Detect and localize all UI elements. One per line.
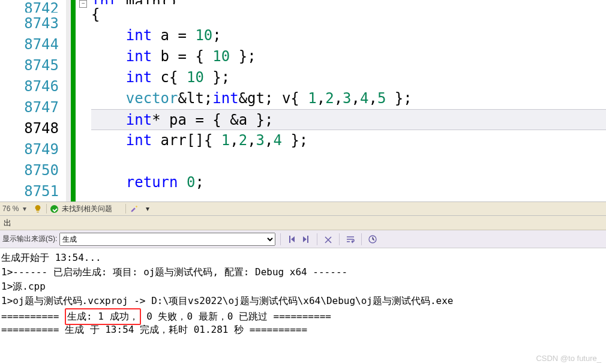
output-panel-title[interactable]: 出 (0, 216, 606, 230)
line-number: 8743 (0, 13, 66, 34)
output-text[interactable]: 生成开始于 13:54...1>------ 已启动生成: 项目: oj题与测试… (0, 248, 606, 364)
check-icon (50, 205, 58, 213)
line-number: 8750 (0, 160, 66, 181)
brush-icon[interactable] (130, 204, 139, 213)
clock-icon[interactable] (367, 233, 379, 245)
fold-toggle-icon[interactable]: − (79, 0, 87, 8)
line-number-gutter: 8742874387448745874687478748874987508751 (0, 0, 66, 201)
output-line: ========== 生成: 1 成功， 0 失败，0 最新，0 已跳过 ===… (1, 308, 605, 323)
code-area[interactable]: int main(){ int a = 10; int b = { 10 }; … (91, 0, 606, 201)
fold-margin[interactable]: − (76, 0, 91, 201)
code-line[interactable] (91, 151, 606, 172)
line-number: 8745 (0, 55, 66, 76)
line-number: 8746 (0, 76, 66, 97)
word-wrap-icon[interactable] (344, 233, 356, 245)
zoom-level[interactable]: 76 % ▾ (2, 204, 29, 213)
editor-status-bar: 76 % ▾ 未找到相关问题 ▾ (0, 201, 606, 216)
next-message-icon[interactable] (300, 233, 312, 245)
output-line: 1>源.cpp (1, 279, 605, 294)
watermark-text: CSDN @to future_ (536, 354, 601, 363)
lightbulb-icon[interactable] (33, 204, 43, 213)
output-line: 1>------ 已启动生成: 项目: oj题与测试代码, 配置: Debug … (1, 265, 605, 279)
breakpoint-margin[interactable] (66, 0, 71, 201)
output-line: ========== 生成 于 13:54 完成，耗时 01.281 秒 ===… (1, 323, 605, 337)
output-title-text: 出 (4, 218, 11, 228)
line-number: 8747 (0, 97, 66, 118)
line-number: 8751 (0, 181, 66, 201)
code-line[interactable]: int* pa = { &a }; (91, 109, 606, 130)
output-toolbar: 显示输出来源(S): 生成 (0, 230, 606, 248)
output-source-select[interactable]: 生成 (59, 233, 275, 246)
change-indicator (71, 0, 76, 201)
code-line[interactable]: int c{ 10 }; (91, 67, 606, 88)
code-line[interactable]: int arr[]{ 1,2,3,4 }; (91, 130, 606, 151)
prev-message-icon[interactable] (286, 233, 298, 245)
line-number: 8744 (0, 34, 66, 55)
code-editor[interactable]: 8742874387448745874687478748874987508751… (0, 0, 606, 201)
code-line[interactable]: int a = 10; (91, 25, 606, 46)
line-number: 8748 (0, 118, 66, 139)
clear-all-icon[interactable] (322, 233, 334, 245)
chevron-down-icon[interactable]: ▾ (20, 204, 29, 213)
line-number: 8749 (0, 139, 66, 160)
code-line[interactable]: int b = { 10 }; (91, 46, 606, 67)
code-line[interactable]: vector&lt;int&gt; v{ 1,2,3,4,5 }; (91, 88, 606, 109)
output-source-label: 显示输出来源(S): (2, 234, 57, 244)
output-line: 1>oj题与测试代码.vcxproj -> D:\项目vs2022\oj题与测试… (1, 294, 605, 308)
code-line[interactable]: int main() (91, 0, 606, 4)
chevron-down-icon[interactable]: ▾ (143, 204, 152, 213)
issues-text: 未找到相关问题 (62, 204, 112, 214)
code-line[interactable]: return 0; (91, 172, 606, 193)
code-line[interactable]: { (91, 4, 606, 25)
line-number: 8742 (0, 0, 66, 13)
zoom-value: 76 % (2, 204, 19, 213)
output-line: 生成开始于 13:54... (1, 251, 605, 265)
